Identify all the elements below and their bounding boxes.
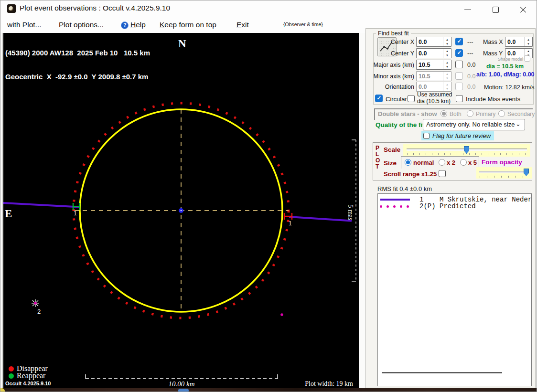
app-icon <box>7 4 16 13</box>
minor-axis-fit-checkbox[interactable] <box>455 72 463 80</box>
plot-left-border <box>2 33 3 388</box>
plot-canvas[interactable]: 1 1 2 <box>3 33 359 388</box>
spin-up-icon[interactable] <box>525 37 532 42</box>
both-radio[interactable] <box>440 110 447 117</box>
menu-plot-options[interactable]: Plot options... <box>59 21 104 29</box>
window-title: Plot event observations : Occult v.4.202… <box>20 4 170 12</box>
quality-value: Astrometry only. No reliable size <box>426 121 515 128</box>
include-miss-label: Include Miss events <box>466 95 520 103</box>
spin-down-icon[interactable] <box>443 76 451 81</box>
menu-keep-on-top[interactable]: Keep form on top <box>160 21 216 29</box>
minor-axis-label: Minor axis (km) <box>369 73 414 80</box>
size-x2-radio[interactable] <box>439 159 445 166</box>
wallpaper-detail <box>0 388 5 392</box>
spin-up-icon[interactable] <box>443 60 451 65</box>
scale-bar <box>86 374 278 379</box>
spin-up-icon[interactable] <box>443 49 451 53</box>
spin-up-icon[interactable] <box>443 37 451 42</box>
minimize-button[interactable] <box>457 0 479 16</box>
include-miss-checkbox[interactable] <box>456 95 463 102</box>
spin-down-icon[interactable] <box>443 87 451 92</box>
close-button[interactable] <box>512 0 534 16</box>
plot-vertical-p: P <box>376 145 379 151</box>
use-assumed-dia-checkbox[interactable] <box>408 95 415 102</box>
scroll-range-checkbox[interactable] <box>439 170 446 177</box>
center-x-spinner[interactable] <box>416 37 451 47</box>
menu-with-plot[interactable]: with Plot... <box>7 21 42 29</box>
flag-review-checkbox[interactable] <box>423 133 430 139</box>
minor-axis-input[interactable] <box>417 72 443 81</box>
chord-legend-swatch <box>380 199 410 201</box>
major-axis-spinner[interactable] <box>416 60 451 70</box>
mass-x-input[interactable] <box>505 38 524 47</box>
spin-up-icon[interactable] <box>443 82 451 87</box>
size-label: Size <box>384 159 397 167</box>
center-x-label: Center X <box>369 39 414 45</box>
size-normal-radio[interactable] <box>405 159 411 166</box>
use-assumed-dia-label: Use assumeddia (10.5 km) <box>417 92 452 105</box>
form-opacity-thumb[interactable] <box>524 169 529 176</box>
orientation-spinner[interactable] <box>416 82 451 92</box>
mass-x-label: Mass X <box>483 39 503 45</box>
circular-checkbox[interactable] <box>375 95 383 102</box>
motion-label: Motion: 12.82 km/s <box>484 84 535 91</box>
major-axis-fit-checkbox[interactable] <box>455 61 463 68</box>
double-stars-title: Double stars - show <box>378 110 437 117</box>
primary-radio[interactable] <box>467 110 473 117</box>
shape-model-checkbox[interactable] <box>524 55 530 62</box>
center-x-input[interactable] <box>417 38 443 47</box>
minimize-icon <box>464 10 471 10</box>
center-y-fit-checkbox[interactable] <box>455 49 463 57</box>
secondary-radio-label: Secondary <box>507 111 535 117</box>
primary-radio-label: Primary <box>476 111 495 117</box>
size-x5-radio[interactable] <box>460 159 467 166</box>
star-marker-center <box>34 302 37 305</box>
observation-row-name[interactable]: Predicted <box>440 202 476 210</box>
scale-slider-thumb[interactable] <box>464 146 469 154</box>
occult-version-label: Occult 4.2025.9.10 <box>5 381 51 386</box>
rms-fit-label: RMS fit 0.4 ±0.0 km <box>377 185 432 192</box>
plot-vertical-o: O <box>376 157 380 164</box>
spin-down-icon[interactable] <box>525 42 532 47</box>
observation-row-num[interactable]: 2(P) <box>419 202 436 210</box>
orientation-input[interactable] <box>417 83 443 92</box>
menu-help-rest: elp <box>136 21 146 29</box>
ab-dmag-label: a/b: 1.00, dMag: 0.00 <box>476 71 533 78</box>
plot-width-label: Plot width: 19 km <box>257 380 353 388</box>
spin-up-icon[interactable] <box>443 72 451 76</box>
major-axis-input[interactable] <box>417 61 443 70</box>
form-opacity-slider[interactable] <box>476 167 532 179</box>
form-opacity-track <box>479 171 529 173</box>
orientation-fit-checkbox[interactable] <box>455 83 463 90</box>
spin-down-icon[interactable] <box>443 65 451 70</box>
major-axis-label: Major axis (km) <box>369 62 414 68</box>
menu-help[interactable]: Help <box>130 21 146 29</box>
predicted-dot <box>280 313 283 316</box>
center-x-error: --- <box>467 39 473 45</box>
menu-exit[interactable]: Exit <box>236 21 249 29</box>
secondary-radio[interactable] <box>498 110 505 117</box>
plot-title: (45390) 2000 AW128 2025 Feb 10 10.5 km G… <box>5 33 150 96</box>
minor-axis-spinner[interactable] <box>416 71 451 81</box>
circular-label: Circular <box>386 95 407 103</box>
size-normal-label: normal <box>413 159 434 166</box>
observations-listbox[interactable]: 1 M Skrutskie, near Neder 2(P) Predicted <box>377 193 532 386</box>
scale-slider[interactable] <box>403 144 530 157</box>
maximize-button[interactable] <box>484 0 506 16</box>
chord-number-left: 1 <box>74 210 77 217</box>
menu-exit-accel: E <box>236 21 241 29</box>
mas-scale-label: 5 mas <box>346 201 354 224</box>
scalebar-value-label: 10.00 km <box>151 380 212 388</box>
quality-label: Quality of the fit <box>376 121 425 128</box>
spin-up-icon[interactable] <box>525 49 532 53</box>
dia-value-label: dia = 10.5 km <box>478 63 532 70</box>
use-assumed-line1: Use assumed <box>417 92 452 98</box>
minor-axis-error: 0.0 <box>467 73 475 80</box>
center-y-spinner[interactable] <box>416 48 451 58</box>
spin-down-icon[interactable] <box>443 42 451 47</box>
spin-down-icon[interactable] <box>443 53 451 58</box>
quality-combobox[interactable]: Astrometry only. No reliable size <box>423 119 525 130</box>
center-x-fit-checkbox[interactable] <box>455 38 463 45</box>
center-y-input[interactable] <box>417 49 443 58</box>
mass-x-spinner[interactable] <box>505 37 533 47</box>
